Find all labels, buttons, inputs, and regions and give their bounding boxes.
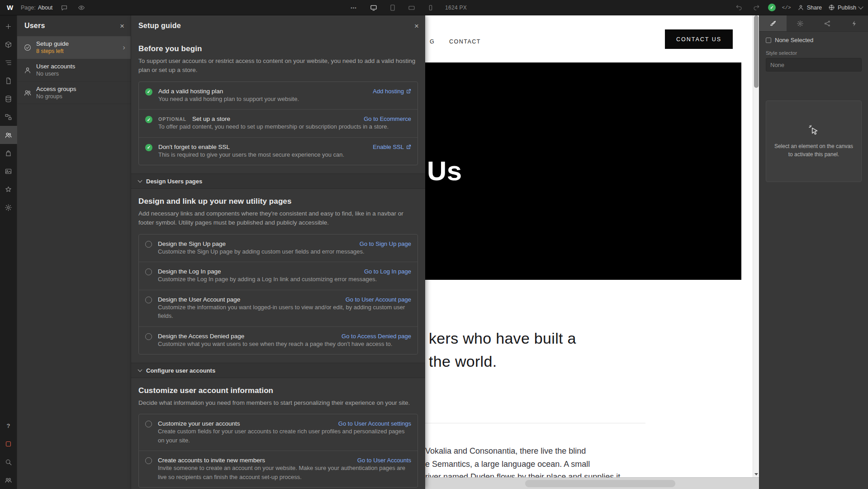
undo-icon[interactable] bbox=[734, 2, 745, 13]
style-panel: None Selected Style selector None Select… bbox=[759, 15, 868, 489]
redo-icon[interactable] bbox=[751, 2, 762, 13]
horizontal-scrollbar[interactable] bbox=[425, 477, 759, 489]
task-title: Design the Log In page bbox=[158, 268, 221, 275]
go-to-login-link[interactable]: Go to Log In page bbox=[364, 268, 411, 275]
publish-status-icon[interactable]: ✓ bbox=[768, 4, 776, 11]
task-todo-radio[interactable] bbox=[145, 421, 152, 427]
design-pages-card: Design the Sign Up page Go to Sign Up pa… bbox=[138, 234, 418, 355]
more-options-icon[interactable]: ••• bbox=[348, 2, 359, 13]
customize-accounts-card: Customize your user accounts Go to User … bbox=[138, 414, 418, 488]
empty-state-line1: Select an element on the canvas bbox=[774, 142, 853, 150]
apps-icon[interactable] bbox=[0, 180, 17, 198]
section-design-users-pages[interactable]: Design Users pages bbox=[131, 173, 425, 189]
site-canvas[interactable]: G CONTACT CONTACT US Us kers who have bu… bbox=[425, 15, 753, 477]
task-todo-radio[interactable] bbox=[145, 268, 152, 275]
site-heading-line2: the world. bbox=[429, 350, 576, 373]
publish-button[interactable]: Publish bbox=[828, 4, 863, 11]
task-description: Create custom fields for your user accou… bbox=[158, 428, 405, 444]
users-item-setup-guide[interactable]: Setup guide 8 steps left › bbox=[17, 36, 131, 59]
share-button[interactable]: Share bbox=[797, 4, 822, 11]
task-done-icon[interactable]: ✓ bbox=[145, 144, 152, 151]
pages-icon[interactable] bbox=[0, 72, 17, 90]
enable-ssl-link[interactable]: Enable SSL bbox=[373, 144, 411, 150]
users-item-sublabel: No users bbox=[36, 71, 125, 77]
export-code-icon[interactable]: </> bbox=[782, 5, 791, 10]
add-hosting-link[interactable]: Add hosting bbox=[373, 88, 411, 95]
task-design-login: Design the Log In page Go to Log In page… bbox=[139, 262, 417, 290]
site-heading: kers who have built a the world. bbox=[429, 327, 576, 373]
go-to-user-account-settings-link[interactable]: Go to User Account settings bbox=[338, 420, 411, 427]
task-todo-radio[interactable] bbox=[145, 457, 152, 464]
task-title: Design the User Account page bbox=[158, 296, 240, 303]
before-you-begin-description: To support user accounts or restrict acc… bbox=[138, 57, 418, 75]
comments-icon[interactable] bbox=[59, 2, 70, 13]
setup-guide-close-icon[interactable]: × bbox=[414, 22, 419, 30]
go-to-access-denied-link[interactable]: Go to Access Denied page bbox=[342, 333, 411, 340]
canvas-width-value[interactable]: 1624 PX bbox=[445, 5, 467, 11]
breakpoint-landscape-icon[interactable] bbox=[406, 2, 417, 13]
scroll-down-arrow-icon[interactable] bbox=[754, 473, 758, 475]
tab-interactions-lightning-icon[interactable] bbox=[841, 15, 868, 31]
link-label: Go to User Account settings bbox=[338, 420, 411, 427]
canvas-area: G CONTACT CONTACT US Us kers who have bu… bbox=[425, 15, 759, 489]
site-nav-contact-link[interactable]: CONTACT bbox=[449, 38, 481, 45]
users-item-user-accounts[interactable]: User accounts No users bbox=[17, 59, 131, 82]
breakpoint-desktop-icon[interactable] bbox=[368, 2, 379, 13]
setup-guide-panel: Setup guide × Before you begin To suppor… bbox=[131, 15, 425, 489]
breakpoint-tablet-icon[interactable] bbox=[387, 2, 398, 13]
site-body-line1: Vokalia and Consonantia, there live the … bbox=[425, 445, 620, 458]
users-item-sublabel: 8 steps left bbox=[36, 48, 118, 54]
style-selector-input[interactable]: None bbox=[766, 58, 862, 72]
link-label: Add hosting bbox=[373, 88, 404, 95]
add-elements-icon[interactable] bbox=[0, 17, 17, 35]
tab-style-manager-icon[interactable] bbox=[814, 15, 841, 31]
users-item-label: Setup guide bbox=[36, 40, 118, 47]
task-todo-radio[interactable] bbox=[145, 241, 152, 248]
task-done-icon[interactable]: ✓ bbox=[145, 88, 152, 96]
site-body-paragraph: Vokalia and Consonantia, there live the … bbox=[425, 445, 620, 477]
style-selector-label: Style selector bbox=[766, 50, 862, 56]
go-to-user-accounts-link[interactable]: Go to User Accounts bbox=[357, 457, 411, 464]
vertical-scrollbar-thumb[interactable] bbox=[754, 15, 759, 88]
go-to-signup-link[interactable]: Go to Sign Up page bbox=[360, 240, 411, 247]
contact-us-button[interactable]: CONTACT US bbox=[665, 29, 733, 49]
webflow-logo-icon[interactable]: W bbox=[5, 4, 14, 11]
go-to-user-account-link[interactable]: Go to User Account page bbox=[346, 296, 411, 303]
section-configure-user-accounts[interactable]: Configure user accounts bbox=[131, 363, 425, 378]
help-icon[interactable]: ? bbox=[0, 417, 17, 435]
topbar: W Page: About ••• bbox=[0, 0, 868, 15]
task-description: Customize the information you want logge… bbox=[158, 304, 405, 320]
chevron-right-icon: › bbox=[123, 43, 125, 51]
logic-icon[interactable] bbox=[0, 108, 17, 126]
users-icon[interactable] bbox=[0, 126, 17, 144]
hero-image[interactable]: Us bbox=[425, 62, 741, 280]
link-label: Go to Access Denied page bbox=[342, 333, 411, 340]
vertical-scrollbar[interactable] bbox=[753, 15, 759, 477]
navigator-icon[interactable] bbox=[0, 53, 17, 72]
go-to-ecommerce-link[interactable]: Go to Ecommerce bbox=[364, 115, 411, 122]
settings-icon[interactable] bbox=[0, 198, 17, 216]
ecommerce-icon[interactable] bbox=[0, 144, 17, 162]
task-todo-radio[interactable] bbox=[145, 333, 152, 340]
community-icon[interactable] bbox=[0, 471, 17, 489]
users-item-label: User accounts bbox=[36, 63, 125, 70]
cms-icon[interactable] bbox=[0, 90, 17, 108]
setup-guide-scroll[interactable]: Before you begin To support user account… bbox=[131, 36, 425, 489]
horizontal-scrollbar-thumb[interactable] bbox=[525, 480, 675, 487]
assets-icon[interactable] bbox=[0, 162, 17, 180]
task-todo-radio[interactable] bbox=[145, 297, 152, 303]
tab-style-brush-icon[interactable] bbox=[759, 15, 787, 31]
preview-eye-icon[interactable] bbox=[76, 2, 87, 13]
page-selector[interactable]: Page: About bbox=[21, 5, 52, 11]
element-checkbox[interactable] bbox=[766, 38, 771, 43]
components-icon[interactable] bbox=[0, 35, 17, 53]
users-item-access-groups[interactable]: Access groups No groups bbox=[17, 82, 131, 104]
task-done-icon[interactable]: ✓ bbox=[145, 116, 152, 123]
users-panel-close-icon[interactable]: × bbox=[120, 22, 124, 30]
task-description: Customize what you want users to see whe… bbox=[158, 340, 392, 347]
beta-badge-icon[interactable] bbox=[0, 435, 17, 453]
search-icon[interactable] bbox=[0, 453, 17, 471]
tab-settings-gear-icon[interactable] bbox=[787, 15, 814, 31]
link-label: Go to Ecommerce bbox=[364, 115, 411, 122]
breakpoint-mobile-icon[interactable] bbox=[425, 2, 436, 13]
